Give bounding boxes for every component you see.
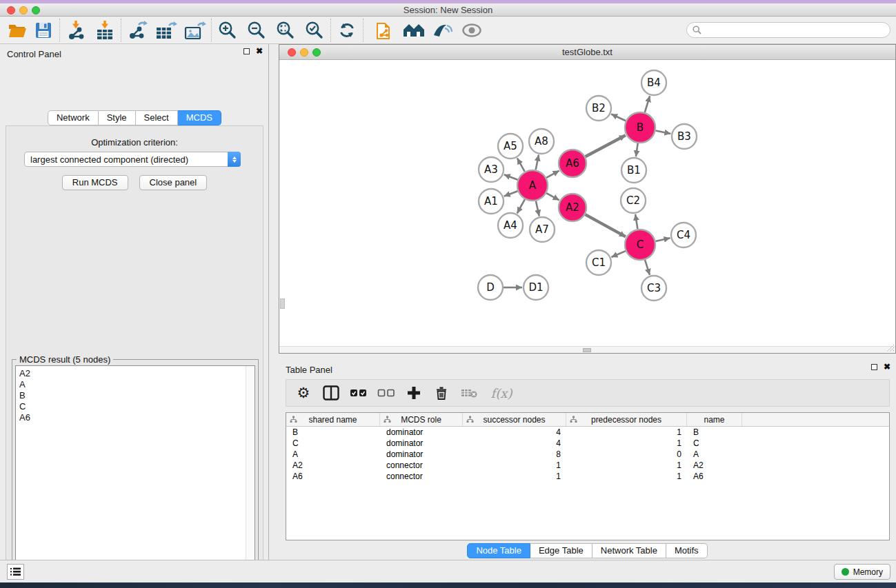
network-minimize-button[interactable] [300,48,308,57]
cell[interactable]: A2 [286,460,380,471]
column-header-successor-nodes[interactable]: successor nodes [463,413,566,426]
result-scrollbar[interactable] [246,366,255,587]
node-B3[interactable]: B3 [672,124,697,149]
cell[interactable]: A6 [687,471,742,482]
node-A3[interactable]: A3 [479,157,504,182]
table-row[interactable]: A2connector11A2 [286,460,889,471]
cell[interactable]: A6 [286,471,380,482]
cell[interactable]: dominator [380,449,463,460]
result-item[interactable]: A6 [16,412,255,423]
mcds-result-list[interactable]: A2ABCA6 [15,365,255,587]
delete-column-icon[interactable] [432,383,450,403]
edge-B-B3[interactable] [656,131,671,134]
node-C[interactable]: C [625,230,655,260]
show-graphics-details-icon[interactable] [431,19,455,41]
cell[interactable]: connector [380,460,463,471]
node-B1[interactable]: B1 [621,158,646,183]
edge-C-C3[interactable] [645,260,650,275]
tab-edge-table[interactable]: Edge Table [530,543,593,558]
close-panel-button[interactable]: Close panel [139,175,208,190]
float-panel-icon[interactable] [243,48,250,54]
node-D[interactable]: D [478,275,503,300]
resize-grip-icon[interactable] [886,343,895,352]
optimization-criterion-select[interactable]: largest connected component (directed) [24,152,241,167]
node-A[interactable]: A [517,170,548,201]
table-row[interactable]: A6connector11A6 [286,471,889,482]
run-mcds-button[interactable]: Run MCDS [62,175,128,190]
cell[interactable]: B [687,427,742,438]
node-C1[interactable]: C1 [586,250,611,275]
search-field[interactable] [686,22,890,38]
new-network-from-file-icon[interactable] [373,19,397,41]
close-window-button[interactable] [7,6,15,14]
import-table-icon[interactable] [93,19,117,41]
result-item[interactable]: A [16,379,255,390]
edge-A-A3[interactable] [504,174,518,180]
cell[interactable]: 1 [566,460,687,471]
zoom-window-button[interactable] [32,6,40,14]
zoom-in-icon[interactable] [216,19,239,41]
close-table-panel-icon[interactable]: ✖ [884,364,890,370]
search-input[interactable] [705,26,890,35]
open-session-icon[interactable] [6,19,29,41]
node-C3[interactable]: C3 [641,276,666,301]
edge-B-B2[interactable] [611,114,626,121]
cell[interactable]: 0 [566,449,687,460]
cell[interactable]: 1 [566,438,687,449]
edge-A-A7[interactable] [536,201,539,216]
tab-motifs[interactable]: Motifs [666,543,708,558]
node-B4[interactable]: B4 [641,70,666,95]
node-C2[interactable]: C2 [621,188,646,213]
result-item[interactable]: C [16,401,255,412]
export-image-icon[interactable] [183,19,207,41]
cell[interactable]: C [687,438,742,449]
cell[interactable]: A [687,449,742,460]
edge-A6-B[interactable] [586,135,626,156]
cell[interactable]: 1 [463,471,566,482]
network-canvas[interactable]: B4B2BB3A5A8A6A3B1AA1C2A2A4A7CC4C1C3DD1 [280,60,895,346]
cell[interactable]: B [286,427,380,438]
task-history-button[interactable] [7,564,24,580]
node-A6[interactable]: A6 [559,150,586,177]
cell[interactable]: 8 [463,449,566,460]
import-network-icon[interactable] [64,19,88,41]
network-hscroll[interactable] [279,346,895,353]
result-item[interactable]: A2 [16,368,255,379]
cell[interactable]: C [286,438,380,449]
network-zoom-button[interactable] [312,48,321,57]
cell[interactable]: dominator [380,427,463,438]
column-header-shared-name[interactable]: shared name [286,413,380,426]
cell[interactable]: 1 [463,460,566,471]
float-table-panel-icon[interactable] [871,364,877,370]
node-C4[interactable]: C4 [671,223,696,247]
show-home-networks-icon[interactable] [402,19,426,41]
cell[interactable]: A2 [687,460,742,471]
minimize-window-button[interactable] [19,6,28,14]
tab-select[interactable]: Select [136,110,178,125]
edge-C-C2[interactable] [635,214,637,230]
node-A2[interactable]: A2 [559,194,586,221]
select-all-columns-icon[interactable] [350,383,368,403]
network-hscroll-thumb[interactable] [583,348,591,352]
table-settings-icon[interactable]: ⚙ [295,383,312,403]
edge-A-A2[interactable] [546,193,559,200]
network-vscroll-thumb[interactable] [280,298,285,309]
edge-A-A8[interactable] [536,155,539,170]
node-table[interactable]: shared nameMCDS rolesuccessor nodesprede… [286,412,890,540]
table-row[interactable]: Adominator80A [286,449,889,460]
edge-A-A6[interactable] [546,171,559,178]
column-header-name[interactable]: name [687,413,742,426]
edge-A-A1[interactable] [504,191,518,196]
cell[interactable]: 4 [463,427,566,438]
refresh-icon[interactable] [335,19,359,41]
node-A8[interactable]: A8 [529,129,554,154]
export-network-icon[interactable] [126,19,149,41]
tab-network[interactable]: Network [48,110,99,125]
memory-button[interactable]: Memory [834,564,890,580]
node-A1[interactable]: A1 [479,189,504,214]
network-window-titlebar[interactable]: testGlobe.txt [279,45,895,60]
export-table-icon[interactable] [155,19,178,41]
delete-table-icon[interactable] [460,383,478,403]
cell[interactable]: dominator [380,438,463,449]
cell[interactable]: 1 [566,471,687,482]
